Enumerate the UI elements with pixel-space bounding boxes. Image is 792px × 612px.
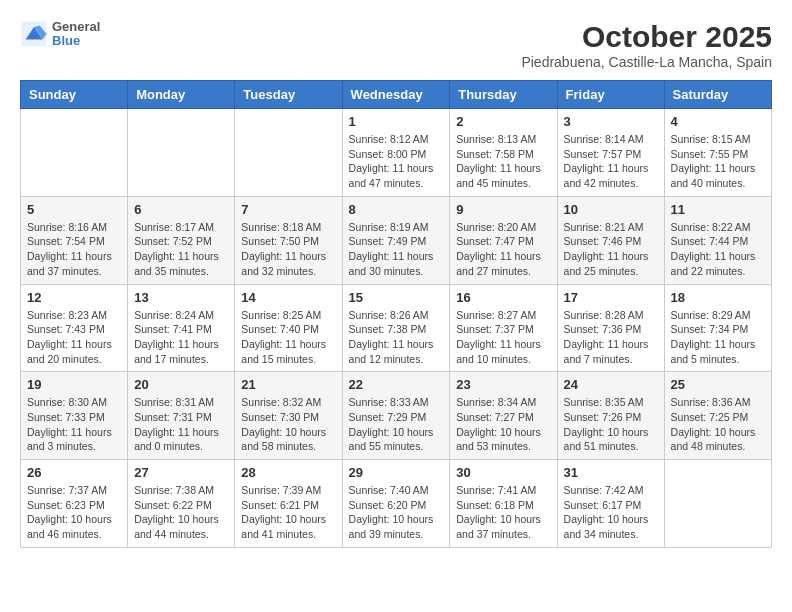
- day-info: Sunrise: 8:25 AM Sunset: 7:40 PM Dayligh…: [241, 308, 335, 367]
- calendar-week-row: 12Sunrise: 8:23 AM Sunset: 7:43 PM Dayli…: [21, 284, 772, 372]
- day-number: 10: [564, 202, 658, 217]
- day-number: 6: [134, 202, 228, 217]
- weekday-header-sunday: Sunday: [21, 81, 128, 109]
- day-number: 31: [564, 465, 658, 480]
- weekday-header-monday: Monday: [128, 81, 235, 109]
- day-info: Sunrise: 8:17 AM Sunset: 7:52 PM Dayligh…: [134, 220, 228, 279]
- day-info: Sunrise: 7:39 AM Sunset: 6:21 PM Dayligh…: [241, 483, 335, 542]
- day-info: Sunrise: 8:18 AM Sunset: 7:50 PM Dayligh…: [241, 220, 335, 279]
- day-number: 24: [564, 377, 658, 392]
- day-number: 13: [134, 290, 228, 305]
- day-number: 22: [349, 377, 444, 392]
- calendar-table: SundayMondayTuesdayWednesdayThursdayFrid…: [20, 80, 772, 548]
- day-info: Sunrise: 8:28 AM Sunset: 7:36 PM Dayligh…: [564, 308, 658, 367]
- day-info: Sunrise: 8:19 AM Sunset: 7:49 PM Dayligh…: [349, 220, 444, 279]
- day-number: 8: [349, 202, 444, 217]
- calendar-week-row: 26Sunrise: 7:37 AM Sunset: 6:23 PM Dayli…: [21, 460, 772, 548]
- calendar-cell: 10Sunrise: 8:21 AM Sunset: 7:46 PM Dayli…: [557, 196, 664, 284]
- calendar-week-row: 1Sunrise: 8:12 AM Sunset: 8:00 PM Daylig…: [21, 109, 772, 197]
- day-number: 15: [349, 290, 444, 305]
- day-number: 25: [671, 377, 765, 392]
- day-info: Sunrise: 7:37 AM Sunset: 6:23 PM Dayligh…: [27, 483, 121, 542]
- calendar-cell: [664, 460, 771, 548]
- calendar-cell: 11Sunrise: 8:22 AM Sunset: 7:44 PM Dayli…: [664, 196, 771, 284]
- logo: General Blue: [20, 20, 100, 49]
- day-info: Sunrise: 8:33 AM Sunset: 7:29 PM Dayligh…: [349, 395, 444, 454]
- calendar-cell: 22Sunrise: 8:33 AM Sunset: 7:29 PM Dayli…: [342, 372, 450, 460]
- day-number: 21: [241, 377, 335, 392]
- calendar-cell: 20Sunrise: 8:31 AM Sunset: 7:31 PM Dayli…: [128, 372, 235, 460]
- day-info: Sunrise: 8:36 AM Sunset: 7:25 PM Dayligh…: [671, 395, 765, 454]
- day-number: 14: [241, 290, 335, 305]
- day-number: 26: [27, 465, 121, 480]
- day-info: Sunrise: 8:12 AM Sunset: 8:00 PM Dayligh…: [349, 132, 444, 191]
- calendar-cell: 23Sunrise: 8:34 AM Sunset: 7:27 PM Dayli…: [450, 372, 557, 460]
- day-info: Sunrise: 8:35 AM Sunset: 7:26 PM Dayligh…: [564, 395, 658, 454]
- day-number: 4: [671, 114, 765, 129]
- calendar-cell: 8Sunrise: 8:19 AM Sunset: 7:49 PM Daylig…: [342, 196, 450, 284]
- day-number: 9: [456, 202, 550, 217]
- day-info: Sunrise: 7:42 AM Sunset: 6:17 PM Dayligh…: [564, 483, 658, 542]
- day-info: Sunrise: 8:29 AM Sunset: 7:34 PM Dayligh…: [671, 308, 765, 367]
- weekday-header-wednesday: Wednesday: [342, 81, 450, 109]
- day-info: Sunrise: 8:30 AM Sunset: 7:33 PM Dayligh…: [27, 395, 121, 454]
- calendar-cell: 27Sunrise: 7:38 AM Sunset: 6:22 PM Dayli…: [128, 460, 235, 548]
- weekday-header-row: SundayMondayTuesdayWednesdayThursdayFrid…: [21, 81, 772, 109]
- location-subtitle: Piedrabuena, Castille-La Mancha, Spain: [521, 54, 772, 70]
- day-info: Sunrise: 8:26 AM Sunset: 7:38 PM Dayligh…: [349, 308, 444, 367]
- calendar-cell: 15Sunrise: 8:26 AM Sunset: 7:38 PM Dayli…: [342, 284, 450, 372]
- day-info: Sunrise: 8:21 AM Sunset: 7:46 PM Dayligh…: [564, 220, 658, 279]
- calendar-week-row: 19Sunrise: 8:30 AM Sunset: 7:33 PM Dayli…: [21, 372, 772, 460]
- calendar-cell: 25Sunrise: 8:36 AM Sunset: 7:25 PM Dayli…: [664, 372, 771, 460]
- calendar-cell: 7Sunrise: 8:18 AM Sunset: 7:50 PM Daylig…: [235, 196, 342, 284]
- day-info: Sunrise: 8:34 AM Sunset: 7:27 PM Dayligh…: [456, 395, 550, 454]
- calendar-cell: 1Sunrise: 8:12 AM Sunset: 8:00 PM Daylig…: [342, 109, 450, 197]
- day-number: 17: [564, 290, 658, 305]
- calendar-cell: 12Sunrise: 8:23 AM Sunset: 7:43 PM Dayli…: [21, 284, 128, 372]
- day-number: 1: [349, 114, 444, 129]
- calendar-cell: 31Sunrise: 7:42 AM Sunset: 6:17 PM Dayli…: [557, 460, 664, 548]
- logo-blue: Blue: [52, 34, 100, 48]
- calendar-cell: 16Sunrise: 8:27 AM Sunset: 7:37 PM Dayli…: [450, 284, 557, 372]
- day-info: Sunrise: 8:20 AM Sunset: 7:47 PM Dayligh…: [456, 220, 550, 279]
- weekday-header-friday: Friday: [557, 81, 664, 109]
- calendar-cell: 19Sunrise: 8:30 AM Sunset: 7:33 PM Dayli…: [21, 372, 128, 460]
- calendar-cell: 13Sunrise: 8:24 AM Sunset: 7:41 PM Dayli…: [128, 284, 235, 372]
- day-number: 12: [27, 290, 121, 305]
- logo-icon: [20, 20, 48, 48]
- calendar-cell: [128, 109, 235, 197]
- weekday-header-saturday: Saturday: [664, 81, 771, 109]
- calendar-week-row: 5Sunrise: 8:16 AM Sunset: 7:54 PM Daylig…: [21, 196, 772, 284]
- day-info: Sunrise: 8:31 AM Sunset: 7:31 PM Dayligh…: [134, 395, 228, 454]
- day-number: 11: [671, 202, 765, 217]
- day-info: Sunrise: 8:15 AM Sunset: 7:55 PM Dayligh…: [671, 132, 765, 191]
- day-info: Sunrise: 7:41 AM Sunset: 6:18 PM Dayligh…: [456, 483, 550, 542]
- day-number: 20: [134, 377, 228, 392]
- logo-text: General Blue: [52, 20, 100, 49]
- day-info: Sunrise: 8:14 AM Sunset: 7:57 PM Dayligh…: [564, 132, 658, 191]
- day-info: Sunrise: 8:13 AM Sunset: 7:58 PM Dayligh…: [456, 132, 550, 191]
- calendar-cell: 4Sunrise: 8:15 AM Sunset: 7:55 PM Daylig…: [664, 109, 771, 197]
- title-area: October 2025 Piedrabuena, Castille-La Ma…: [521, 20, 772, 70]
- calendar-cell: [235, 109, 342, 197]
- day-info: Sunrise: 8:16 AM Sunset: 7:54 PM Dayligh…: [27, 220, 121, 279]
- calendar-cell: 28Sunrise: 7:39 AM Sunset: 6:21 PM Dayli…: [235, 460, 342, 548]
- day-number: 16: [456, 290, 550, 305]
- header: General Blue October 2025 Piedrabuena, C…: [20, 20, 772, 70]
- day-info: Sunrise: 8:23 AM Sunset: 7:43 PM Dayligh…: [27, 308, 121, 367]
- calendar-cell: 18Sunrise: 8:29 AM Sunset: 7:34 PM Dayli…: [664, 284, 771, 372]
- day-number: 29: [349, 465, 444, 480]
- day-info: Sunrise: 8:22 AM Sunset: 7:44 PM Dayligh…: [671, 220, 765, 279]
- day-info: Sunrise: 8:27 AM Sunset: 7:37 PM Dayligh…: [456, 308, 550, 367]
- day-number: 2: [456, 114, 550, 129]
- calendar-cell: 30Sunrise: 7:41 AM Sunset: 6:18 PM Dayli…: [450, 460, 557, 548]
- day-number: 27: [134, 465, 228, 480]
- day-info: Sunrise: 8:32 AM Sunset: 7:30 PM Dayligh…: [241, 395, 335, 454]
- day-number: 3: [564, 114, 658, 129]
- calendar-cell: 9Sunrise: 8:20 AM Sunset: 7:47 PM Daylig…: [450, 196, 557, 284]
- logo-general: General: [52, 20, 100, 34]
- day-number: 23: [456, 377, 550, 392]
- day-info: Sunrise: 8:24 AM Sunset: 7:41 PM Dayligh…: [134, 308, 228, 367]
- day-info: Sunrise: 7:40 AM Sunset: 6:20 PM Dayligh…: [349, 483, 444, 542]
- day-number: 19: [27, 377, 121, 392]
